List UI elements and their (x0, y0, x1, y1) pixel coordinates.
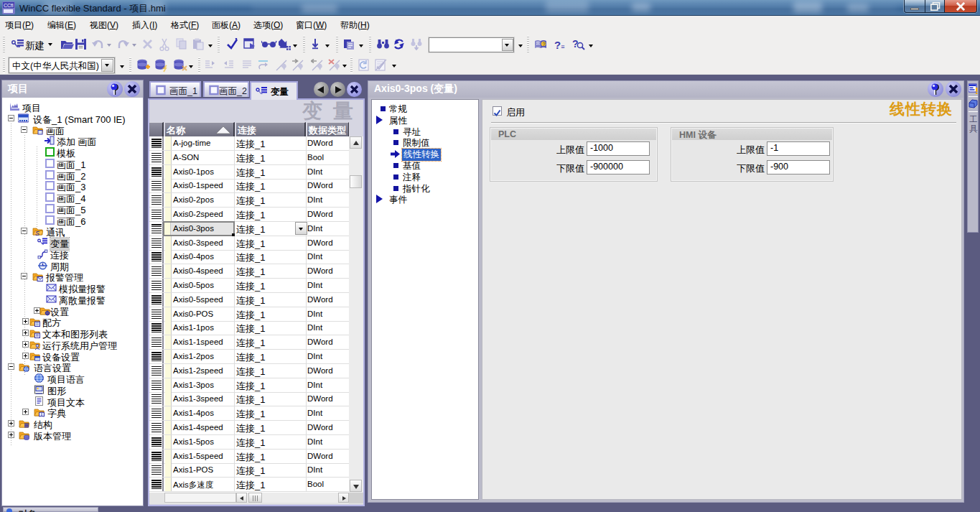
svg-text:S: S (35, 230, 39, 236)
svg-text:?: ? (543, 42, 546, 47)
svg-text:CCfl: CCfl (4, 3, 14, 8)
